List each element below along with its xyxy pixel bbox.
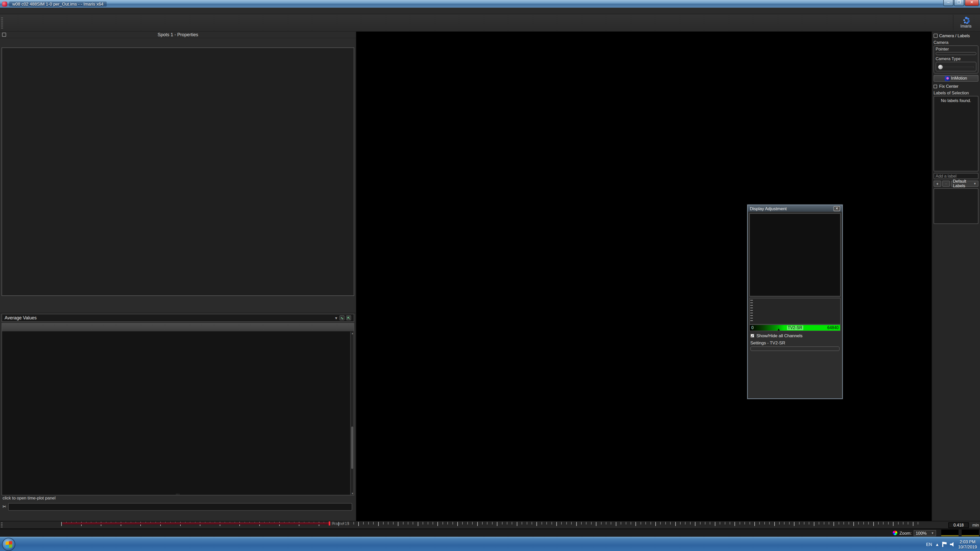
camera-labels-panel: Camera / Labels Camera Pointer Camera Ty…	[932, 32, 980, 521]
remove-label-button[interactable]: −	[942, 181, 950, 187]
show-hide-checkbox[interactable]: ✓	[750, 333, 754, 338]
popout-icon[interactable]	[2, 33, 6, 37]
plot-icon[interactable]: ∿	[339, 315, 345, 321]
main-toolbar: Imaris	[0, 14, 980, 32]
inmotion-icon	[945, 76, 950, 81]
system-tray: EN ▲ 2:03 PM 10/7/2019	[926, 537, 979, 551]
slider-knob[interactable]	[938, 65, 943, 69]
histogram-ticks	[750, 300, 753, 322]
display-adjustment-title: Display Adjustment	[750, 206, 787, 211]
time-plot-hint[interactable]: ⋯ click to open time-plot panel	[0, 495, 356, 500]
table-scrollbar[interactable]: ▲ ▼	[350, 332, 354, 495]
range-min-label: 0	[751, 326, 754, 330]
histogram[interactable]	[749, 298, 841, 324]
volume-icon[interactable]	[950, 542, 955, 547]
range-marker-icon[interactable]: ▲	[777, 327, 780, 331]
view-controls-strip: Zoom: 100% ▼	[0, 529, 980, 537]
object-toolbar	[0, 38, 356, 48]
default-labels-dropdown[interactable]: Default Labels ▼	[951, 181, 978, 187]
settings-title: Settings - TV2-SR	[750, 340, 840, 345]
show-hide-row[interactable]: ✓ Show/Hide all Channels	[750, 333, 840, 338]
imaris-window: w08 c02 488SIM 1-0 per_Out.ims - - Imari…	[0, 0, 980, 551]
perspective-slider[interactable]	[938, 64, 974, 69]
table-header[interactable]	[2, 324, 354, 332]
fix-center-checkbox[interactable]	[934, 84, 937, 88]
imaris-logo: Imaris	[953, 15, 978, 30]
labels-of-selection-box: No labels found.	[934, 96, 978, 171]
clock[interactable]: 2:03 PM 10/7/2019	[958, 539, 977, 549]
windows-taskbar: EN ▲ 2:03 PM 10/7/2019	[0, 537, 980, 551]
imaris-logo-text: Imaris	[960, 24, 972, 29]
close-button[interactable]: ✕	[965, 0, 979, 6]
scissors-icon[interactable]: ✂	[2, 504, 6, 509]
default-labels-list	[934, 188, 978, 224]
restore-button[interactable]: ❐	[954, 0, 964, 6]
preview-thumbnail-1[interactable]	[941, 530, 959, 536]
chevron-down-icon: ▼	[974, 182, 977, 185]
app-icon	[2, 1, 7, 6]
preview-thumbnail-2[interactable]	[962, 530, 979, 536]
scrollbar-thumb[interactable]	[351, 426, 353, 468]
channel-range-bar[interactable]: 0 TV2-SR 64840 ▲	[749, 324, 841, 331]
timebar-grip[interactable]	[1, 522, 3, 527]
toolbar-grip[interactable]	[1, 17, 3, 29]
3d-viewport[interactable]: Display Adjustment ✕ 0 TV2-SR 64840 ▲ ✓ …	[356, 32, 932, 521]
duration-unit: min	[972, 523, 979, 527]
language-indicator[interactable]: EN	[926, 542, 932, 547]
properties-title: Spots 1 - Properties	[158, 32, 198, 37]
statistics-search-input[interactable]	[8, 503, 352, 510]
settings-group	[750, 346, 840, 351]
slider-track	[938, 66, 974, 68]
labels-group-label: Labels of Selection	[934, 91, 978, 95]
minimize-button[interactable]: –	[943, 0, 953, 6]
display-adjustment-titlebar[interactable]: Display Adjustment ✕	[748, 205, 842, 212]
fix-center-row[interactable]: Fix Center	[934, 83, 978, 89]
action-center-icon[interactable]	[942, 542, 947, 547]
statistics-search-row: ✂	[0, 500, 356, 513]
range-channel-label: TV2-SR	[787, 326, 803, 330]
start-button[interactable]	[2, 538, 15, 551]
chevron-down-icon: ▼	[931, 531, 934, 534]
scene-tree	[2, 48, 354, 296]
duration-value: 0.418	[948, 522, 969, 528]
add-label-input[interactable]: Add a label	[934, 173, 978, 179]
no-labels-text: No labels found.	[941, 98, 971, 103]
statistics-tabs	[0, 305, 356, 313]
title-bar[interactable]: w08 c02 488SIM 1-0 per_Out.ims - - Imari…	[0, 0, 980, 8]
close-icon[interactable]: ✕	[834, 206, 840, 211]
zoom-label: Zoom:	[900, 530, 912, 535]
stats-selector[interactable]: Average Values ▼ ∿ ⇱	[2, 314, 354, 322]
scroll-up-icon[interactable]: ▲	[351, 332, 354, 335]
display-adjustment-window[interactable]: Display Adjustment ✕ 0 TV2-SR 64840 ▲ ✓ …	[747, 205, 843, 399]
inmotion-button[interactable]: InMotion	[934, 75, 978, 82]
window-title: w08 c02 488SIM 1-0 per_Out.ims - - Imari…	[9, 1, 107, 6]
range-max-label: 64840	[827, 326, 839, 330]
scroll-down-icon[interactable]: ▼	[351, 492, 354, 495]
histogram-curve	[754, 300, 841, 324]
splitter-handle[interactable]: ⋯	[176, 492, 180, 496]
camera-group-label: Camera	[934, 40, 978, 45]
export-icon[interactable]: ⇱	[346, 315, 351, 321]
timeline-progress[interactable]	[62, 522, 330, 524]
time-bar: Frame 15 0.418 min	[0, 521, 980, 529]
zoom-select[interactable]: 100% ▼	[914, 530, 936, 536]
volume-render-canvas[interactable]	[356, 32, 509, 108]
stats-selector-value: Average Values	[5, 315, 37, 321]
channel-list	[749, 213, 841, 297]
properties-panel: Spots 1 - Properties Average Values ▼ ∿ …	[0, 32, 356, 521]
tray-time: 2:03 PM	[958, 539, 977, 545]
chevron-down-icon: ▼	[334, 316, 338, 320]
menu-bar	[0, 8, 980, 14]
properties-header: Spots 1 - Properties	[0, 32, 356, 38]
tray-date: 10/7/2019	[958, 545, 977, 550]
statistics-table: ▲ ▼	[2, 323, 354, 495]
camera-type-label: Camera Type	[935, 57, 977, 61]
zoom-value: 100%	[916, 530, 927, 535]
tray-expand-icon[interactable]: ▲	[935, 542, 939, 547]
spots-toolbar	[0, 296, 356, 305]
add-label-button[interactable]: +	[934, 181, 941, 187]
imaris-logo-icon	[963, 17, 969, 24]
timeline[interactable]: Frame 15	[61, 521, 922, 529]
pointer-group-label: Pointer	[935, 47, 977, 52]
popout-icon[interactable]	[934, 34, 938, 38]
